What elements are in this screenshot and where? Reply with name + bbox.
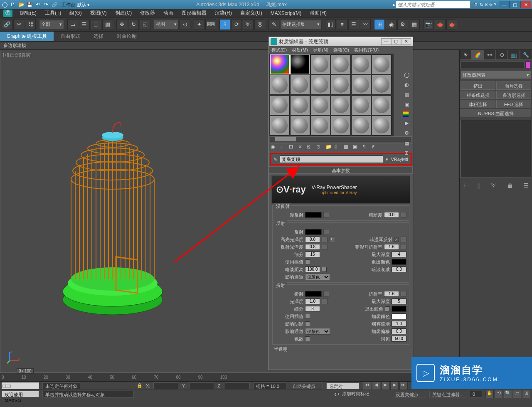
ribbon-tab-freeform[interactable]: 自由形式 — [54, 32, 87, 41]
material-slot[interactable] — [290, 75, 310, 95]
refract-glossy-spinner[interactable]: 1.0 — [305, 298, 320, 304]
material-slot[interactable] — [290, 95, 310, 115]
dim-dist-checkbox[interactable] — [322, 267, 327, 272]
maximize-button[interactable]: ▢ — [510, 1, 520, 8]
save-icon[interactable]: 💾 — [26, 1, 33, 8]
ribbon-tab-selection[interactable]: 选择 — [87, 32, 110, 41]
time-tag-icon[interactable]: 🏷 — [334, 392, 339, 397]
mat-slot-scrollbar[interactable] — [270, 136, 412, 142]
render-frame-btn[interactable]: ▦ — [409, 19, 420, 30]
backlight-icon[interactable]: ◐ — [403, 81, 410, 89]
lock-icon[interactable]: 🔒 — [137, 383, 143, 388]
highlight-glossiness-spinner[interactable]: 0.8 — [305, 237, 320, 242]
btn-spline-select[interactable]: 样条线选择 — [461, 91, 495, 99]
refract-interp-checkbox[interactable] — [305, 314, 310, 319]
material-slot[interactable] — [372, 116, 392, 136]
menu-maxscript[interactable]: MAXScript(M) — [267, 10, 305, 17]
material-slot[interactable] — [331, 95, 351, 115]
material-slot-2[interactable] — [290, 54, 310, 74]
put-to-scene-icon[interactable]: ↓ — [280, 144, 287, 151]
video-color-icon[interactable] — [403, 111, 409, 117]
menu-modifiers[interactable]: 修改器 — [137, 9, 158, 17]
angle-snap[interactable]: ⟳ — [231, 19, 242, 30]
select-name-tool[interactable]: ☰ — [79, 19, 90, 30]
bind-tool[interactable]: ⛓ — [25, 19, 36, 30]
btn-vol-select[interactable]: 体积选择 — [461, 100, 495, 108]
render-setup-btn[interactable]: ⚙ — [397, 19, 408, 30]
options-icon[interactable]: ⚙ — [403, 129, 410, 137]
select-manipulate[interactable]: ✦ — [194, 19, 204, 30]
fog-mult-spinner[interactable]: 1.0 — [392, 321, 406, 327]
fog-bias-spinner[interactable]: 0.0 — [392, 328, 406, 334]
material-slot[interactable] — [290, 116, 310, 136]
unlink-tool[interactable]: ✂ — [13, 19, 24, 30]
mat-menu-utilities[interactable]: 实用程序(U) — [354, 47, 379, 53]
sync-icon[interactable]: ↻ — [480, 2, 483, 7]
mat-maximize[interactable]: ▢ — [391, 38, 401, 45]
arc-rotate-icon[interactable]: ⟲ — [495, 390, 503, 398]
name-dropdown-icon[interactable]: ▾ — [386, 157, 388, 162]
dim-dist-spinner[interactable]: 100.0 — [305, 266, 320, 272]
assign-to-sel-icon[interactable]: ⊡ — [289, 144, 296, 151]
mat-close[interactable]: ✕ — [401, 38, 411, 45]
percent-snap[interactable]: % — [243, 19, 254, 30]
z-coord[interactable] — [225, 382, 250, 389]
material-slot[interactable] — [351, 95, 371, 115]
goto-start-icon[interactable]: ⏮ — [363, 382, 371, 390]
modifier-stack[interactable] — [461, 120, 531, 178]
material-slot[interactable] — [331, 75, 351, 95]
y-coord[interactable] — [189, 382, 214, 389]
refract-affect-chan-select[interactable]: 仅颜色 — [305, 328, 330, 335]
frame-indicator[interactable]: 0 / 100 — [17, 368, 34, 374]
refract-ior-spinner[interactable]: 1.6 — [384, 291, 399, 297]
mat-editor-titlebar[interactable]: 材质编辑器 - 笼底笼顶 — ▢ ✕ — [269, 37, 413, 46]
sample-uv-icon[interactable]: ▣ — [403, 101, 410, 109]
reflect-subdiv-spinner[interactable]: 15 — [305, 252, 320, 257]
render-iter-btn[interactable]: 🫖 — [435, 19, 446, 30]
link-icon[interactable]: 🔗 — [51, 1, 58, 8]
material-editor-btn[interactable]: ◉ — [386, 19, 397, 30]
exit-color-swatch[interactable] — [392, 259, 406, 265]
move-tool[interactable]: ✥ — [116, 19, 127, 30]
rotate-tool[interactable]: ↻ — [128, 19, 139, 30]
show-end-icon[interactable]: ▣ — [353, 144, 360, 151]
star-icon[interactable]: ☆ — [489, 2, 493, 7]
rollup-basic-params[interactable]: 基本参数 — [269, 166, 413, 174]
spinner-snap[interactable]: ⦿ — [254, 19, 265, 30]
max-toggle-icon[interactable]: ⊞ — [522, 390, 530, 398]
new-icon[interactable]: 🗋 — [9, 1, 17, 8]
binoculars-icon[interactable]: 🔭 — [473, 2, 479, 7]
scale-tool[interactable]: ◱ — [140, 19, 150, 30]
btn-poly-select[interactable]: 多边形选择 — [496, 91, 531, 99]
material-slot[interactable] — [310, 116, 330, 136]
snap-toggle[interactable]: 3 — [219, 19, 230, 30]
redo-icon[interactable]: ↷ — [42, 1, 50, 8]
mat-menu-mode[interactable]: 模式(D) — [271, 47, 287, 53]
btn-patch-select[interactable]: 面片选择 — [496, 81, 531, 90]
material-type-button[interactable]: VRayMtl — [391, 157, 408, 162]
auto-key-btn[interactable]: 自动关键点 — [290, 382, 323, 389]
dispersion-checkbox[interactable] — [305, 336, 310, 341]
create-tab-icon[interactable]: ☀ — [460, 50, 472, 60]
material-slot[interactable] — [331, 54, 351, 74]
fresnel-ior-spinner[interactable]: 1.6 — [384, 244, 399, 250]
configure-sets-icon[interactable]: ☰ — [523, 182, 529, 189]
refract-exit-swatch[interactable] — [392, 306, 406, 312]
go-parent-icon[interactable]: ↰ — [362, 144, 369, 151]
material-slot[interactable] — [372, 54, 392, 74]
display-tab-icon[interactable]: 📺 — [508, 50, 520, 60]
make-unique-icon[interactable]: ⩔ — [490, 182, 496, 189]
show-end-result-icon[interactable]: ‖ — [477, 182, 480, 189]
object-color-swatch[interactable] — [525, 62, 530, 68]
diffuse-color-swatch[interactable] — [305, 212, 322, 218]
btn-extrude[interactable]: 挤出 — [461, 81, 495, 90]
curve-editor-tool[interactable]: 〰 — [360, 19, 371, 30]
render-active-btn[interactable]: 🫖 — [446, 19, 457, 30]
btn-nurbs[interactable]: NURBS 曲面选择 — [461, 109, 531, 117]
app-icon[interactable]: Ⓔ — [3, 10, 12, 17]
select-tool[interactable]: ▭ — [67, 19, 78, 30]
modifier-list-dropdown[interactable]: 修改器列表▾ — [461, 71, 531, 79]
material-slot[interactable] — [351, 54, 371, 74]
menu-customize[interactable]: 自定义(U) — [237, 9, 266, 17]
pan-view-icon[interactable]: ✋ — [485, 390, 494, 398]
